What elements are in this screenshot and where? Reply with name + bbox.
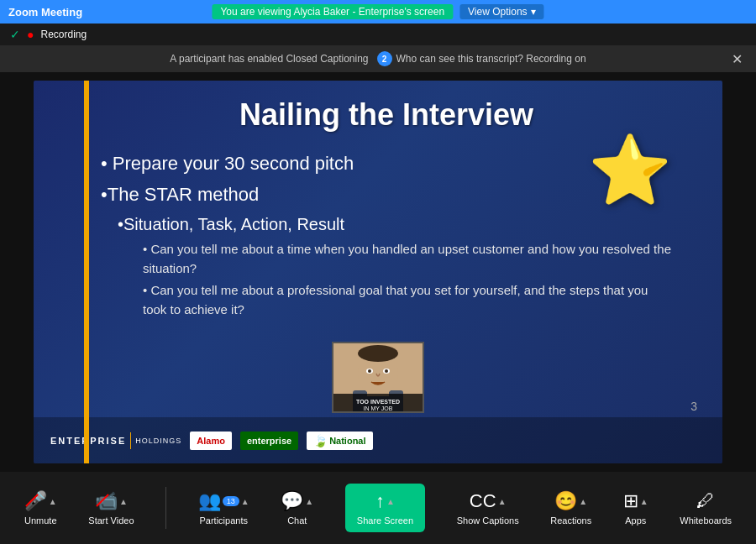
share-screen-icon: ↑	[375, 490, 385, 512]
share-screen-row[interactable]: ↑ ▲	[375, 490, 395, 512]
captions-icon: CC	[470, 490, 496, 512]
star-decoration: ⭐	[588, 131, 672, 210]
slide-title: Nailing the Interview	[101, 97, 672, 133]
svg-text:IN MY JOB: IN MY JOB	[364, 405, 393, 411]
whiteboards-group[interactable]: 🖊 Whiteboards	[680, 490, 732, 526]
slide-number: 3	[690, 400, 697, 413]
alamo-label: Alamo	[197, 436, 225, 446]
chat-label: Chat	[287, 515, 307, 526]
toolbar: 🎤 ▲ Unmute 📹 ▲ Start Video 👥 13 ▲ Partic…	[0, 472, 756, 544]
leaf-icon: 🍃	[313, 434, 328, 447]
participants-row[interactable]: 👥 13 ▲	[198, 490, 249, 512]
national-brand-badge: 🍃 National	[307, 432, 372, 450]
bullet-item: •The STAR method	[101, 180, 672, 208]
start-video-label: Start Video	[88, 515, 134, 526]
viewing-banner: You are viewing Alycia Baker - Enterpris…	[212, 4, 453, 19]
unmute-row[interactable]: 🎤 ▲	[24, 490, 57, 512]
participant-count-badge: 13	[223, 496, 239, 506]
unmute-group[interactable]: 🎤 ▲ Unmute	[24, 490, 57, 526]
show-captions-label: Show Captions	[457, 515, 519, 526]
reactions-label: Reactions	[550, 515, 591, 526]
shield-icon: ✓	[10, 28, 20, 41]
enterprise-brand-badge: enterprise	[240, 432, 298, 450]
svg-point-8	[385, 369, 388, 373]
share-screen-caret-icon[interactable]: ▲	[386, 497, 395, 506]
start-video-group[interactable]: 📹 ▲ Start Video	[88, 490, 134, 526]
chat-caret-icon[interactable]: ▲	[305, 497, 313, 506]
national-label: National	[329, 436, 365, 446]
reactions-row[interactable]: 😊 ▲	[554, 490, 587, 512]
alamo-brand-badge: Alamo	[190, 432, 232, 450]
view-options-label: View Options	[468, 6, 527, 18]
toolbar-separator	[165, 487, 166, 529]
window-title: Zoom Meeting	[8, 6, 82, 18]
reactions-caret-icon[interactable]: ▲	[579, 497, 587, 506]
show-captions-group[interactable]: CC ▲ Show Captions	[457, 490, 519, 526]
apps-group[interactable]: ⊞ ▲ Apps	[623, 490, 648, 526]
apps-caret-icon[interactable]: ▲	[640, 497, 648, 506]
share-screen-group[interactable]: ↑ ▲ Share Screen	[345, 484, 425, 532]
svg-point-4	[358, 345, 398, 362]
recording-label: Recording	[40, 29, 87, 40]
reactions-group[interactable]: 😊 ▲ Reactions	[550, 490, 591, 526]
participants-caret-icon[interactable]: ▲	[241, 497, 249, 506]
bullet-detail: • Can you tell me about a time when you …	[101, 240, 672, 278]
whiteboards-row[interactable]: 🖊	[696, 490, 715, 512]
start-video-row[interactable]: 📹 ▲	[95, 490, 128, 512]
enterprise-logo: ENTERPRISE HOLDINGS	[50, 432, 181, 449]
slide-footer: ENTERPRISE HOLDINGS Alamo enterprise 🍃 N…	[34, 417, 722, 463]
participants-icon: 👥	[198, 490, 221, 512]
video-caret-icon[interactable]: ▲	[119, 497, 128, 506]
apps-row[interactable]: ⊞ ▲	[623, 490, 648, 512]
person-image-svg: TOO INVESTED IN MY JOB	[332, 342, 424, 413]
bullet-item: • Prepare your 30 second pitch	[101, 149, 672, 177]
apps-icon: ⊞	[623, 490, 638, 512]
close-icon[interactable]: ✕	[732, 51, 743, 67]
recording-dot-icon: ●	[27, 28, 34, 41]
svg-point-7	[368, 369, 371, 373]
title-bar: Zoom Meeting You are viewing Alycia Bake…	[0, 0, 756, 24]
cc-who-container: 2 Who can see this transcript? Recording…	[377, 51, 586, 66]
cc-who-text: Who can see this transcript? Recording o…	[396, 53, 586, 65]
microphone-muted-icon: 🎤	[24, 490, 47, 512]
title-bar-center: You are viewing Alycia Baker - Enterpris…	[212, 4, 543, 19]
share-screen-label: Share Screen	[357, 515, 413, 526]
unmute-label: Unmute	[24, 515, 57, 526]
holdings-name: HOLDINGS	[135, 437, 181, 445]
show-captions-row[interactable]: CC ▲	[470, 490, 507, 512]
logo-divider	[130, 432, 131, 449]
star-icon: ⭐	[588, 133, 672, 207]
chat-icon: 💬	[281, 490, 303, 512]
michael-scott-image: TOO INVESTED IN MY JOB	[332, 342, 424, 413]
enterprise-label: enterprise	[247, 436, 291, 446]
participants-label: Participants	[199, 515, 247, 526]
bullet-item: •Situation, Task, Action, Result	[101, 212, 672, 237]
bullet-detail: • Can you tell me about a professional g…	[101, 281, 672, 319]
apps-label: Apps	[625, 515, 646, 526]
enterprise-name: ENTERPRISE	[50, 436, 126, 446]
chevron-down-icon: ▾	[531, 6, 536, 18]
participants-group[interactable]: 👥 13 ▲ Participants	[198, 490, 249, 526]
svg-text:TOO INVESTED: TOO INVESTED	[356, 399, 400, 405]
cc-text: A participant has enabled Closed Caption…	[170, 53, 368, 65]
slide-image: TOO INVESTED IN MY JOB	[332, 342, 424, 413]
slide-content-area: Nailing the Interview ⭐ • Prepare your 3…	[34, 81, 722, 463]
slide-area: Nailing the Interview ⭐ • Prepare your 3…	[0, 72, 756, 472]
whiteboards-label: Whiteboards	[680, 515, 732, 526]
chat-row[interactable]: 💬 ▲	[281, 490, 313, 512]
chat-group[interactable]: 💬 ▲ Chat	[281, 490, 313, 526]
reactions-icon: 😊	[554, 490, 577, 512]
unmute-caret-icon[interactable]: ▲	[49, 497, 57, 506]
cc-bar: A participant has enabled Closed Caption…	[0, 45, 756, 72]
whiteboards-icon: 🖊	[696, 490, 715, 512]
view-options-button[interactable]: View Options ▾	[459, 4, 543, 19]
cc-avatar: 2	[377, 51, 392, 66]
recording-bar: ✓ ● Recording	[0, 24, 756, 45]
video-muted-icon: 📹	[95, 490, 118, 512]
bullet-list: • Prepare your 30 second pitch •The STAR…	[101, 149, 672, 319]
captions-caret-icon[interactable]: ▲	[498, 497, 507, 506]
